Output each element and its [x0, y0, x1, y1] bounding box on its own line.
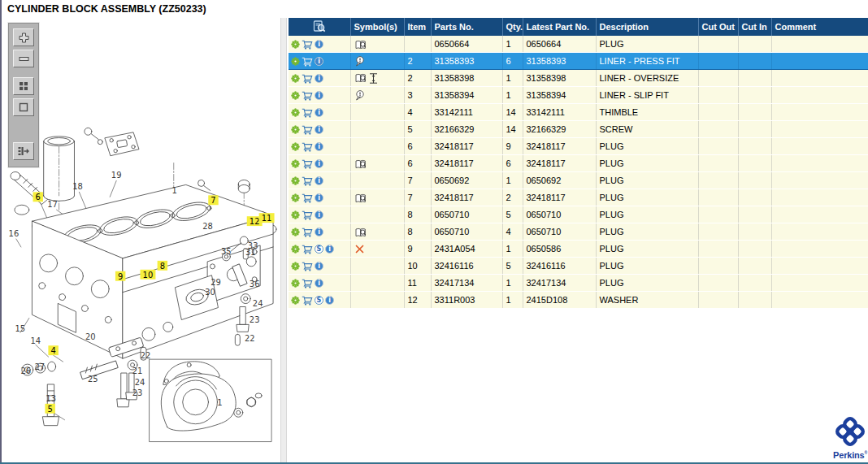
callout-20: 20: [85, 332, 96, 341]
callout-5[interactable]: 5: [45, 404, 54, 414]
svg-text:10: 10: [143, 271, 154, 280]
cart-icon[interactable]: [302, 91, 313, 101]
info-icon[interactable]: i: [315, 142, 323, 151]
gear-icon[interactable]: [291, 296, 300, 305]
cart-icon[interactable]: [302, 245, 313, 254]
parts-no-column-header[interactable]: Parts No.: [431, 18, 502, 36]
table-row[interactable]: Si92431A05410650586PLUG: [289, 241, 868, 258]
cut-out-column-header[interactable]: Cut Out: [698, 18, 738, 36]
cart-icon[interactable]: [302, 108, 313, 118]
info-icon[interactable]: i: [315, 210, 323, 219]
table-row[interactable]: i7065069210650692PLUG: [289, 172, 868, 189]
gear-icon[interactable]: [291, 57, 300, 66]
comment-column-header[interactable]: Comment: [771, 18, 868, 36]
row-actions: i: [289, 121, 350, 138]
table-row[interactable]: i8065071040650710PLUG: [289, 223, 868, 241]
gear-icon[interactable]: [291, 142, 300, 151]
cart-icon[interactable]: [302, 210, 313, 220]
table-row[interactable]: i4331421111433142111THIMBLE: [289, 104, 868, 121]
callout-1: 1: [172, 186, 177, 195]
info-icon[interactable]: i: [315, 262, 323, 271]
callout-6[interactable]: 6: [33, 192, 43, 202]
table-row[interactable]: i231358393631358393LINER - PRESS FIT: [289, 53, 868, 70]
cart-icon[interactable]: [302, 125, 313, 135]
cart-icon[interactable]: [302, 193, 313, 203]
description-column-header[interactable]: Description: [596, 18, 698, 36]
cart-icon[interactable]: [302, 159, 313, 169]
gear-icon[interactable]: [291, 193, 300, 202]
gear-icon[interactable]: [291, 262, 300, 271]
info-icon[interactable]: i: [315, 159, 323, 168]
item-column-header[interactable]: Item: [404, 18, 431, 36]
gear-icon[interactable]: [291, 279, 300, 288]
cart-icon[interactable]: [302, 142, 313, 152]
callout-4[interactable]: 4: [48, 345, 58, 355]
callout-10[interactable]: 10: [141, 270, 156, 280]
latest-part-no-column-header[interactable]: Latest Part No.: [523, 18, 596, 36]
cell-cut_out: [698, 241, 738, 258]
info-icon[interactable]: i: [315, 91, 323, 100]
info-icon[interactable]: i: [315, 228, 323, 236]
panel-splitter[interactable]: [280, 18, 287, 462]
info-icon[interactable]: i: [325, 245, 334, 254]
table-row[interactable]: i065066410650664PLUG: [289, 36, 868, 53]
preview-column-header[interactable]: [289, 18, 350, 36]
tile-view-button[interactable]: [13, 77, 34, 95]
gear-icon[interactable]: [291, 176, 300, 185]
cell-latest_part_no: 0650710: [523, 206, 596, 223]
engine-diagram[interactable]: 1918617161728121191083335312930362423221…: [2, 18, 280, 462]
info-icon[interactable]: i: [315, 176, 323, 185]
table-row[interactable]: i8065071050650710PLUG: [289, 206, 868, 223]
cart-icon[interactable]: [302, 176, 313, 186]
callout-11[interactable]: 11: [259, 213, 275, 223]
table-row[interactable]: i1032416116532416116PLUG: [289, 258, 868, 275]
gear-icon[interactable]: [291, 228, 300, 236]
cell-comment: [771, 53, 868, 70]
callout-7[interactable]: 7: [208, 195, 218, 205]
table-row[interactable]: i5321663291432166329SCREW: [289, 121, 868, 138]
zoom-out-button[interactable]: [13, 50, 34, 67]
s-icon[interactable]: S: [315, 296, 323, 305]
cart-icon[interactable]: [302, 279, 313, 288]
table-row[interactable]: i632418117632418117PLUG: [289, 155, 868, 172]
symbols-column-header[interactable]: Symbol(s): [350, 18, 404, 36]
cell-parts_no: 0650692: [431, 172, 502, 189]
table-row[interactable]: i331358394131358394LINER - SLIP FIT: [289, 87, 868, 104]
info-icon[interactable]: i: [325, 296, 334, 305]
zoom-in-button[interactable]: [13, 28, 34, 46]
toggle-panel-button[interactable]: [13, 142, 34, 160]
cart-icon[interactable]: [302, 228, 313, 237]
cart-icon[interactable]: [302, 74, 313, 84]
s-icon[interactable]: S: [315, 245, 323, 254]
gear-icon[interactable]: [291, 40, 300, 49]
cart-icon[interactable]: [302, 262, 313, 271]
cart-icon[interactable]: [302, 57, 313, 67]
info-icon[interactable]: i: [315, 40, 323, 49]
info-icon[interactable]: i: [315, 74, 323, 83]
gear-icon[interactable]: [291, 245, 300, 254]
gear-icon[interactable]: [291, 210, 300, 219]
table-row[interactable]: i1132417134132417134PLUG: [289, 275, 868, 292]
gear-icon[interactable]: [291, 91, 300, 100]
gear-icon[interactable]: [291, 74, 300, 83]
info-icon[interactable]: i: [315, 125, 323, 134]
gear-icon[interactable]: [291, 159, 300, 168]
qty-column-header[interactable]: Qty.: [502, 18, 523, 36]
info-icon[interactable]: i: [315, 279, 323, 288]
info-icon[interactable]: i: [315, 193, 323, 202]
table-row[interactable]: i632418117932418117PLUG: [289, 138, 868, 155]
info-icon[interactable]: i: [315, 108, 323, 117]
fit-view-button[interactable]: [13, 98, 34, 116]
table-row[interactable]: i732418117232418117PLUG: [289, 189, 868, 206]
cart-icon[interactable]: [302, 40, 313, 50]
row-symbols: [350, 189, 404, 206]
callout-8[interactable]: 8: [158, 261, 167, 271]
cut-in-column-header[interactable]: Cut In: [738, 18, 771, 36]
gear-icon[interactable]: [291, 108, 300, 117]
table-row[interactable]: Si123311R00312415D108WASHER: [289, 292, 868, 309]
gear-icon[interactable]: [291, 125, 300, 134]
info-icon[interactable]: i: [315, 57, 323, 66]
callout-9[interactable]: 9: [115, 271, 125, 281]
table-row[interactable]: i231358398131358398LINER - OVERSIZE: [289, 70, 868, 87]
cart-icon[interactable]: [302, 296, 313, 306]
